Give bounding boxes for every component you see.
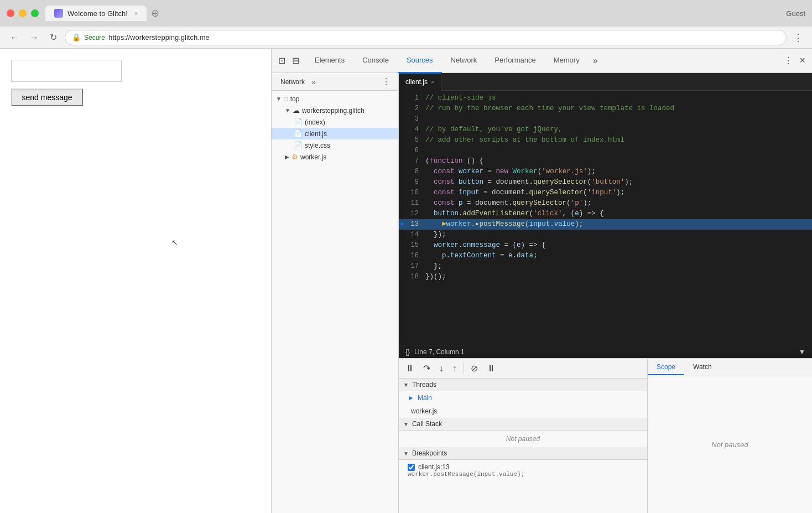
line-num-6: 6 [405, 146, 425, 156]
code-line-6: 6 [399, 146, 812, 156]
pause-on-exceptions-button[interactable]: ⏸ [485, 361, 498, 376]
file-css-icon: 📄 [294, 141, 303, 149]
line-content-16: p.textContent = e.data; [425, 251, 812, 261]
secure-label: Secure [84, 34, 105, 42]
code-line-7: 7 (function () { [399, 156, 812, 167]
code-editor[interactable]: 1 // client-side js 2 // run by the brow… [399, 91, 812, 345]
debug-panel: ⏸ ↷ ↓ ↑ ⊘ ⏸ ▼ Threads [399, 358, 812, 513]
line-content-6 [425, 146, 812, 156]
devtools-settings-button[interactable]: ⋮ [782, 53, 795, 68]
step-out-button[interactable]: ↑ [450, 361, 459, 376]
line-content-15: worker.onmessage = (e) => { [425, 240, 812, 251]
code-line-14: 14 }); [399, 230, 812, 240]
tree-item-workerstepping[interactable]: ▼ ☁ workerstepping.glitch [272, 105, 398, 116]
message-input[interactable] [11, 60, 122, 82]
maximize-window-button[interactable] [31, 9, 39, 17]
code-line-12: 12 button.addEventListener('click', (e) … [399, 209, 812, 219]
code-line-18: 18 })(); [399, 272, 812, 282]
line-num-5: 5 [405, 135, 425, 146]
pause-resume-button[interactable]: ⏸ [403, 361, 417, 376]
tab-elements[interactable]: Elements [306, 49, 353, 73]
tab-bar: Welcome to Glitch! × ⊕ [45, 5, 162, 22]
line-content-17: }; [425, 261, 812, 272]
threads-arrow: ▼ [403, 382, 409, 388]
line-content-10: const input = document.querySelector('in… [425, 188, 812, 198]
tab-close-button[interactable]: × [134, 10, 138, 17]
devtools-header: ⊡ ⊟ Elements Console Sources Network Per… [272, 49, 812, 73]
tab-sources[interactable]: Sources [398, 49, 442, 73]
debug-right-content: Not paused [648, 376, 812, 513]
code-line-2: 2 // run by the browser each time your v… [399, 103, 812, 114]
file-panel-kebab[interactable]: ⋮ [378, 75, 394, 88]
code-line-17: 17 }; [399, 261, 812, 272]
tree-label-workerjs: worker.js [300, 153, 326, 161]
tab-memory[interactable]: Memory [545, 49, 589, 73]
tab-network[interactable]: Network [442, 49, 486, 73]
tree-label-top: top [290, 95, 300, 103]
step-into-button[interactable]: ↓ [437, 361, 446, 376]
line-num-10: 10 [405, 188, 425, 198]
breakpoint-code-1: worker.postMessage(input.value); [408, 471, 638, 478]
debug-right-tabs: Scope Watch [648, 359, 812, 376]
deactivate-breakpoints-button[interactable]: ⊘ [469, 361, 480, 376]
code-tab-close[interactable]: × [431, 79, 434, 85]
device-mode-button[interactable]: ⊟ [290, 53, 301, 68]
tree-label-index: (index) [305, 118, 325, 126]
back-button[interactable]: ← [7, 30, 22, 45]
step-over-button[interactable]: ↷ [421, 361, 433, 376]
folder-icon-top: □ [284, 95, 288, 103]
breakpoints-arrow: ▼ [403, 450, 409, 457]
tab-console[interactable]: Console [353, 49, 398, 73]
file-panel-more[interactable]: » [309, 76, 318, 87]
tree-item-clientjs[interactable]: 📄 client.js [272, 128, 398, 139]
call-stack-section-header[interactable]: ▼ Call Stack [399, 418, 647, 431]
tab-favicon [54, 9, 63, 18]
tree-item-index[interactable]: 📄 (index) [272, 116, 398, 128]
call-stack-arrow: ▼ [403, 421, 409, 427]
scope-not-paused: Not paused [711, 441, 748, 449]
devtools-close-button[interactable]: × [797, 53, 808, 69]
code-line-10: 10 const input = document.querySelector(… [399, 188, 812, 198]
send-message-button[interactable]: send message [11, 89, 83, 106]
thread-worker[interactable]: worker.js [399, 405, 647, 418]
tree-item-top[interactable]: ▼ □ top [272, 93, 398, 105]
line-num-18: 18 [405, 272, 425, 282]
tree-item-stylecss[interactable]: 📄 style.css [272, 139, 398, 151]
forward-button[interactable]: → [27, 30, 42, 45]
thread-main-label: Main [418, 394, 432, 402]
devtools-tabs-more[interactable]: » [589, 54, 602, 68]
call-stack-not-paused: Not paused [399, 431, 647, 447]
active-tab[interactable]: Welcome to Glitch! × [45, 6, 147, 21]
tab-performance[interactable]: Performance [486, 49, 544, 73]
user-label: Guest [786, 9, 805, 18]
refresh-button[interactable]: ↻ [46, 30, 60, 45]
inspect-element-button[interactable]: ⊡ [276, 53, 288, 68]
scope-tab[interactable]: Scope [648, 360, 684, 375]
file-html-icon: 📄 [294, 118, 303, 126]
breakpoints-section-header[interactable]: ▼ Breakpoints [399, 447, 647, 460]
new-tab-button[interactable]: ⊕ [149, 5, 162, 22]
url-text: https://workerstepping.glitch.me [108, 33, 210, 42]
threads-section-header[interactable]: ▼ Threads [399, 379, 647, 391]
line-num-17: 17 [405, 261, 425, 272]
minimize-window-button[interactable] [19, 9, 27, 17]
tree-item-workerjs[interactable]: ▶ ⚙ worker.js [272, 151, 398, 163]
cursor-indicator: ↖ [171, 238, 178, 247]
debug-content: ▼ Threads ► Main worker.js [399, 379, 647, 513]
tree-label-stylecss: style.css [305, 142, 330, 149]
watch-tab[interactable]: Watch [684, 360, 721, 375]
url-bar[interactable]: 🔒 Secure https://workerstepping.glitch.m… [65, 30, 787, 45]
scroll-down-icon[interactable]: ▼ [799, 348, 805, 356]
browser-more-button[interactable]: ⋮ [791, 29, 805, 46]
close-window-button[interactable] [7, 9, 14, 17]
file-panel-network-tab[interactable]: Network [276, 76, 309, 88]
breakpoint-checkbox-1[interactable] [408, 464, 415, 471]
code-tab-clientjs[interactable]: client.js × [399, 73, 441, 91]
breakpoint-item-1[interactable]: client.js:13 worker.postMessage(input.va… [399, 460, 647, 481]
thread-main[interactable]: ► Main [399, 391, 647, 405]
code-area: client.js × 1 // client-side js [399, 73, 812, 513]
file-panel: Network » ⋮ ▼ □ top ▼ ☁ [272, 73, 399, 513]
status-bar: {} Line 7, Column 1 ▼ [399, 345, 812, 358]
traffic-lights [7, 9, 39, 17]
navigation-bar: ← → ↻ 🔒 Secure https://workerstepping.gl… [0, 27, 812, 49]
